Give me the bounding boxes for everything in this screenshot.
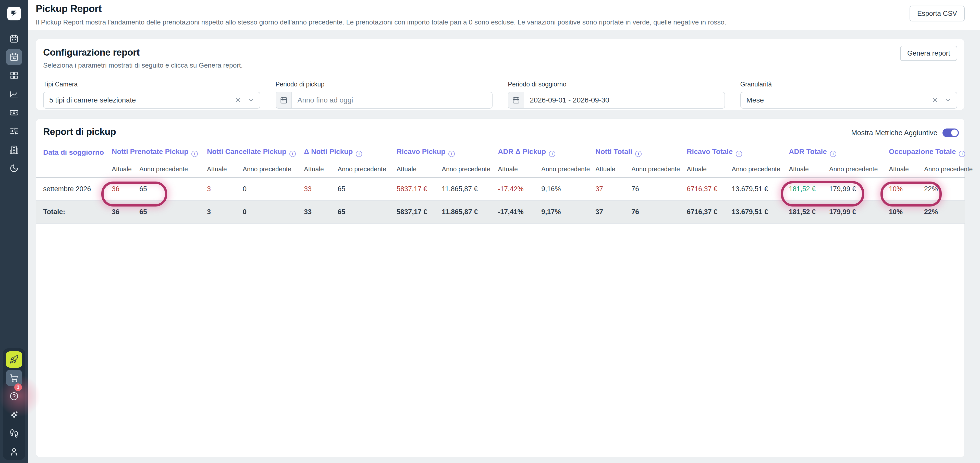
info-icon[interactable]: i [290,151,296,157]
cell-anno-precedente: 179,99 € [829,178,889,201]
column-group-header: Notti Cancellate Pickupi [207,144,304,161]
sidebar-item-payments[interactable] [6,105,22,121]
sidebar-item-pickup-report[interactable] [6,49,22,65]
sidebar-item-account[interactable] [6,444,22,460]
sliders-icon [10,127,19,136]
column-header-data-di-soggiorno: Data di soggiorno [36,144,112,161]
sparkles-icon [10,411,19,420]
clear-icon[interactable]: ✕ [235,96,241,104]
subheader-anno-precedente: Anno precedente [632,161,687,178]
sidebar-item-dark-mode[interactable] [6,160,22,176]
row-label: Totale: [36,201,112,224]
calendar-icon [280,97,288,104]
room-types-select[interactable]: 5 tipi di camere selezionate ✕ [43,92,260,109]
sidebar-item-footprints[interactable] [6,425,22,442]
subheader-empty [36,161,112,178]
subheader-attuale: Attuale [687,161,732,178]
additional-metrics-toggle[interactable]: Mostra Metriche Aggiuntive [851,128,959,137]
filter-label: Periodo di soggiorno [508,81,725,88]
stay-period-value: 2026-09-01 - 2026-09-30 [524,96,724,104]
rocket-icon [10,355,19,364]
clear-icon[interactable]: ✕ [932,96,938,104]
calendar-arrow-icon [10,52,19,62]
export-csv-button[interactable]: Esporta CSV [910,6,965,21]
subheader-attuale: Attuale [396,161,442,178]
report-card: Report di pickup Mostra Metriche Aggiunt… [36,119,965,457]
info-icon[interactable]: i [959,151,965,157]
cell-anno-precedente: 65 [338,178,396,201]
moon-icon [10,164,19,173]
cell-attuale: 6716,37 € [687,178,732,201]
subheader-attuale: Attuale [595,161,632,178]
chevron-down-icon[interactable] [945,97,951,103]
sidebar-item-ai[interactable] [6,407,22,423]
cell-anno-precedente: 65 [338,201,396,224]
subheader-anno-precedente: Anno precedente [139,161,207,178]
subheader-anno-precedente: Anno precedente [732,161,789,178]
cell-anno-precedente: 11.865,87 € [442,201,498,224]
info-icon[interactable]: i [449,151,455,157]
sidebar-item-apps[interactable] [6,67,22,84]
chevron-down-icon[interactable] [248,97,254,103]
info-icon[interactable]: i [736,151,742,157]
logo-bolt-icon [10,9,18,18]
cell-anno-precedente: 22% [924,201,965,224]
pickup-table: Data di soggiornoNotti Prenotate Pickupi… [36,144,965,224]
cell-attuale: 10% [889,201,924,224]
total-row: Totale:36653033655837,17 €11.865,87 €-17… [36,201,965,224]
stay-period-input[interactable]: 2026-09-01 - 2026-09-30 [508,92,725,109]
room-types-value: 5 tipi di camere selezionate [44,96,235,104]
info-icon[interactable]: i [635,151,641,157]
subheader-attuale: Attuale [789,161,829,178]
granularity-value: Mese [741,96,932,104]
filter-stay-period: Periodo di soggiorno 2026-09-01 - 2026-0… [508,81,725,109]
subheader-anno-precedente: Anno precedente [924,161,965,178]
config-card: Configurazione report Seleziona i parame… [36,39,965,110]
table-row: settembre 202636653033655837,17 €11.865,… [36,178,965,201]
subheader-anno-precedente: Anno precedente [338,161,396,178]
building-icon [10,145,19,154]
pickup-period-input[interactable]: Anno fino ad oggi [275,92,493,109]
sidebar-item-cart[interactable] [6,370,22,386]
column-group-header: Ricavo Pickupi [396,144,498,161]
info-icon[interactable]: i [356,151,362,157]
filter-room-types: Tipi Camera 5 tipi di camere selezionate… [43,81,260,109]
column-group-header: ADR Δ Pickupi [498,144,595,161]
calendar-prefix [276,92,292,108]
cell-attuale: 37 [595,178,632,201]
info-icon[interactable]: i [191,151,198,157]
toggle-switch[interactable] [942,128,959,137]
sidebar-item-calendar[interactable] [6,30,22,47]
toggle-knob [951,130,958,136]
sidebar-item-rocket-promo[interactable] [6,351,22,368]
cell-anno-precedente: 22% [924,178,965,201]
app-logo[interactable] [7,6,21,21]
footprints-icon [10,429,19,438]
info-icon[interactable]: i [830,151,836,157]
row-label: settembre 2026 [36,178,112,201]
info-icon[interactable]: i [549,151,555,157]
cell-attuale: 36 [112,178,139,201]
cell-attuale: 181,52 € [789,201,829,224]
cell-anno-precedente: 0 [243,178,304,201]
report-title: Report di pickup [43,127,957,137]
granularity-select[interactable]: Mese ✕ [740,92,958,109]
cell-attuale: 3 [207,201,243,224]
column-group-header: Δ Notti Pickupi [304,144,396,161]
pickup-report-page: 3 Pickup Report Il Pickup Report mostra … [0,0,980,463]
calendar-icon [10,34,19,43]
pickup-period-value: Anno fino ad oggi [292,96,492,104]
sidebar-item-settings[interactable] [6,123,22,139]
sidebar-item-property[interactable] [6,142,22,158]
subheader-anno-precedente: Anno precedente [541,161,595,178]
filter-label: Granularità [740,81,958,88]
cell-anno-precedente: 65 [139,178,207,201]
cell-anno-precedente: 76 [632,201,687,224]
subheader-attuale: Attuale [889,161,924,178]
help-circle-icon [10,392,19,401]
generate-report-button[interactable]: Genera report [900,46,957,61]
cell-attuale: 5837,17 € [396,201,442,224]
column-group-header: Ricavo Totalei [687,144,789,161]
cell-attuale: 3 [207,178,243,201]
sidebar-item-analytics[interactable] [6,86,22,103]
